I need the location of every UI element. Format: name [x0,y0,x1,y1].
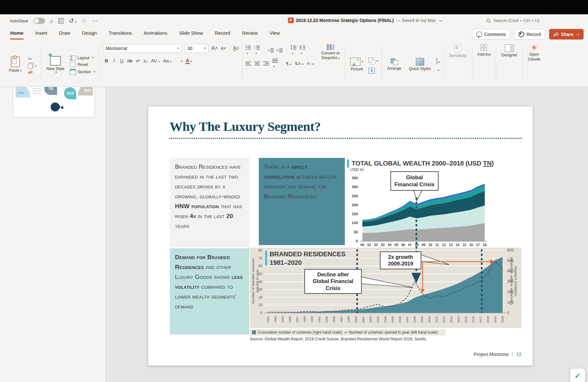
shapes-button[interactable] [368,58,378,65]
underline-button[interactable]: U [120,58,124,63]
title-chevron-icon[interactable] [439,18,443,22]
align-left-button[interactable] [245,61,251,66]
add-ins-icon [481,44,488,51]
convert-to-smartart-button[interactable]: Convert toSmartArt [319,44,342,61]
save-icon[interactable] [58,18,64,24]
designer-button[interactable]: Designer [499,44,519,58]
align-center-button[interactable] [254,61,260,66]
tab-design[interactable]: Design [82,30,97,39]
quick-styles-button[interactable]: Quick Styles [407,57,433,72]
clear-formatting-button[interactable]: A̺◊ [233,46,239,51]
svg-text:2013: 2013 [449,316,453,323]
tab-animations[interactable]: Animations [144,30,167,39]
comments-icon [476,32,482,37]
search-field[interactable]: Search (Cmd + Ctrl + U) [486,18,540,23]
titlebar: AutoSave ⌂ ↺ ↻ ⋯ P 2019.12.22 Montrose S… [0,14,588,28]
text-box-button[interactable]: A [368,67,378,74]
shape-fill-button[interactable] [437,59,440,64]
svg-text:1995: 1995 [325,316,328,323]
svg-text:03: 03 [381,243,385,247]
highlight-color-button[interactable] [180,58,183,63]
format-painter-button[interactable] [27,70,38,75]
copy-button[interactable] [27,63,38,69]
shrink-font-button[interactable]: A˅ [221,46,226,51]
bold-button[interactable]: B [104,58,109,63]
svg-text:2003: 2003 [376,316,380,323]
tab-home[interactable]: Home [10,30,24,39]
font-name-select[interactable]: Montserrat [103,44,182,53]
increase-indent-button[interactable] [277,48,283,53]
layout-button[interactable]: Layout [69,55,96,61]
align-right-button[interactable] [263,61,269,66]
tab-review[interactable]: Review [242,30,258,39]
svg-text:05: 05 [395,243,398,247]
justify-button[interactable] [272,58,278,68]
callout-2x-growth[interactable]: 2x growth2009-2019 [380,251,421,269]
sensitivity-group: Sensitivity [444,44,471,85]
tab-draw[interactable]: Draw [59,30,70,39]
superscript-button[interactable]: x² [136,58,140,63]
arrange-button[interactable]: Arrange [385,58,403,72]
document-title[interactable]: 2019.12.22 Montrose Srategic Options (FI… [296,18,394,23]
line-spacing-button[interactable] [291,45,296,55]
reset-button[interactable]: Reset [69,62,96,67]
tab-slide-show[interactable]: Slide Show [179,30,203,39]
slide-title[interactable]: Why The Luxury Segment? [170,119,321,134]
undo-icon[interactable]: ↺ [69,17,77,25]
svg-text:16: 16 [469,243,473,247]
add-ins-button[interactable]: Add-ins [475,44,493,58]
share-button[interactable]: Share [549,29,584,39]
svg-text:1996: 1996 [332,316,336,323]
cut-button[interactable]: ✂ [27,56,38,62]
br-chart-title-line1: BRANDED RESIDENCES [270,250,345,258]
home-icon[interactable]: ⌂ [50,18,53,24]
record-button[interactable]: Record [514,29,545,39]
align-text-button[interactable]: ≡↕ [307,61,314,66]
textbox-branded-residences[interactable]: Branded Residences have expanded in the … [170,158,249,247]
slide-thumbnail-partial[interactable]: 33%70201930% [13,87,95,117]
tab-view[interactable]: View [270,30,280,39]
tab-insert[interactable]: Insert [35,30,47,39]
redo-icon[interactable]: ↻ [82,17,87,25]
svg-text:opened in year: opened in year [255,269,259,293]
callout-decline-gfc[interactable]: Decline afterGlobal FinancialCrisis [304,269,362,294]
character-spacing-button[interactable]: AV [151,58,160,63]
paste-button[interactable]: Paste [7,56,24,74]
paragraph-marks-button[interactable]: ¶ [286,61,291,66]
confirm-check-button[interactable]: ✓ [570,368,585,382]
italic-button[interactable]: I [112,58,116,63]
tab-transitions[interactable]: Transitions [109,30,132,39]
sensitivity-icon [454,44,461,53]
picture-button[interactable]: Picture [348,57,365,72]
sensitivity-button[interactable]: Sensitivity [447,44,468,59]
clipboard-group: Paste ✂ [4,44,40,85]
columns-button[interactable] [300,45,305,55]
callout-global-financial-crisis[interactable]: GlobalFinancial Crisis [390,171,439,191]
new-slide-button[interactable]: New Slide [45,55,66,74]
bullets-button[interactable] [245,45,251,55]
strikethrough-button[interactable]: ab [127,58,133,63]
autosave-toggle[interactable] [33,18,45,24]
open-claude-button[interactable]: ✳ OpenClaude [526,44,542,62]
textbox-direct-correlation[interactable]: There is a direct correlation between we… [259,158,345,245]
more-commands-icon[interactable]: ⋯ [92,18,98,24]
shape-outline-button[interactable] [437,67,440,72]
decrease-indent-button[interactable] [268,48,274,53]
grow-font-button[interactable]: A˄ [211,45,218,52]
font-size-select[interactable]: 30 [185,44,209,53]
saved-status[interactable]: — Saved to my Mac [396,18,436,23]
svg-text:15: 15 [462,243,466,247]
change-case-button[interactable]: Aa [163,58,172,63]
subscript-button[interactable]: x₂ [143,58,148,63]
section-button[interactable]: Section [69,69,96,75]
slide-canvas[interactable]: Why The Luxury Segment? Branded Residenc… [148,107,533,365]
textbox-less-volatility[interactable]: Demand for Branded Residences and other … [170,248,249,335]
tab-record[interactable]: Record [215,30,230,39]
numbering-button[interactable]: 123 [254,45,260,55]
comments-button[interactable]: Comments [472,29,510,39]
svg-text:01: 01 [367,243,371,247]
claude-group: ✳ OpenClaude [523,44,545,85]
map-dot [61,106,63,109]
font-color-button[interactable]: A [186,58,192,63]
text-direction-button[interactable]: ⇅A [294,61,304,66]
